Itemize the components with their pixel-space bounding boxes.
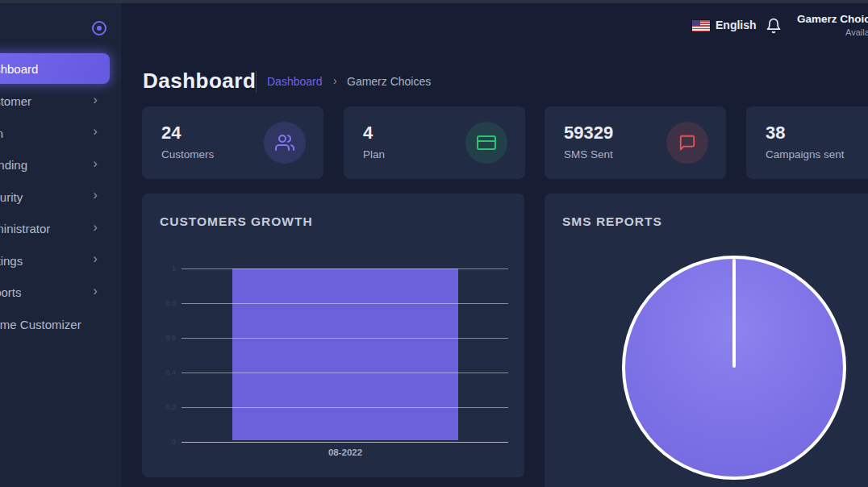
window-top-edge (0, 0, 868, 3)
sidebar-menu: Dashboard Customer › Plan › Branding › S… (0, 53, 120, 340)
stat-card-plan: 4 Plan (344, 106, 525, 179)
y-axis-tick: 1 (145, 264, 176, 273)
breadcrumb-current: Gamerz Choices (347, 75, 431, 88)
sidebar-item-label: Customer (0, 94, 31, 108)
chevron-right-icon: › (93, 124, 98, 140)
y-axis-tick: 0.8 (145, 299, 176, 307)
chevron-right-icon: › (93, 219, 98, 235)
y-axis-tick: 0.2 (145, 403, 176, 411)
x-axis-line (182, 442, 508, 443)
user-status: Available (845, 27, 868, 37)
stat-value: 4 (363, 123, 373, 144)
us-flag-icon[interactable] (692, 20, 710, 31)
sidebar: Dashboard Customer › Plan › Branding › S… (0, 0, 121, 487)
sidebar-item-label: Security (0, 190, 23, 204)
gridline (182, 303, 508, 304)
chat-icon (666, 122, 708, 164)
flag-canton (692, 20, 700, 26)
sidebar-item-plan[interactable]: Plan › (0, 118, 120, 150)
panel-title: SMS REPORTS (562, 214, 662, 229)
sidebar-item-settings[interactable]: Settings › (0, 245, 120, 277)
bar-08-2022 (232, 268, 458, 440)
stat-value: 24 (161, 123, 181, 144)
gridline (182, 373, 508, 373)
notifications-bell-icon[interactable] (766, 17, 782, 35)
gridline (182, 407, 508, 408)
sidebar-item-label: Reports (0, 285, 22, 299)
panel-title: CUSTOMERS GROWTH (160, 214, 313, 229)
sidebar-item-branding[interactable]: Branding › (0, 149, 120, 181)
stat-label: Customers (161, 148, 214, 160)
users-icon (264, 122, 306, 164)
chevron-right-icon: › (93, 92, 98, 108)
language-selector[interactable]: English (716, 19, 757, 31)
chevron-right-icon: › (93, 283, 98, 299)
stat-card-sms-sent: 59329 SMS Sent (545, 106, 726, 179)
chevron-right-icon: › (93, 252, 98, 268)
circled-dot-icon (97, 26, 102, 31)
gridline (182, 338, 508, 339)
sidebar-item-security[interactable]: Security › (0, 181, 120, 214)
sidebar-item-label: Branding (0, 158, 27, 172)
stat-label: Campaigns sent (766, 148, 845, 160)
breadcrumb-link-dashboard[interactable]: Dashboard (267, 75, 323, 88)
chevron-right-icon: › (93, 156, 98, 172)
sidebar-item-label: Administrator (0, 222, 50, 235)
sidebar-item-theme-customizer[interactable]: Theme Customizer (0, 309, 120, 341)
x-axis-label: 08-2022 (232, 447, 458, 457)
gridline (182, 268, 508, 269)
stat-card-campaigns: 38 Campaigns sent (746, 106, 868, 179)
y-axis-tick: 0 (145, 438, 176, 446)
sidebar-toggle-icon[interactable] (92, 21, 106, 35)
stat-label: SMS Sent (564, 148, 613, 160)
sms-reports-pie-chart (622, 256, 846, 480)
sidebar-item-dashboard[interactable]: Dashboard (0, 53, 110, 84)
pie-slice-divider (732, 259, 736, 368)
stat-value: 38 (766, 123, 785, 144)
sidebar-item-label: Plan (0, 127, 3, 140)
customers-growth-panel: CUSTOMERS GROWTH 1 0.8 0.6 0.4 0.2 0 08-… (142, 194, 524, 477)
sidebar-item-customer[interactable]: Customer › (0, 85, 120, 118)
chevron-right-icon: › (93, 188, 98, 204)
page-title: Dashboard (143, 69, 256, 94)
y-axis-tick: 0.6 (145, 334, 176, 342)
sidebar-item-administrator[interactable]: Administrator › (0, 213, 120, 245)
credit-card-icon (465, 122, 507, 164)
user-menu-name[interactable]: Gamerz Choices (797, 13, 868, 25)
breadcrumb-separator-icon: › (333, 74, 337, 87)
sidebar-item-label: Theme Customizer (0, 318, 81, 331)
title-divider (256, 71, 257, 93)
stat-value: 59329 (564, 123, 613, 144)
stat-card-customers: 24 Customers (142, 106, 323, 179)
sms-reports-panel: SMS REPORTS (545, 194, 868, 487)
sidebar-item-label: Dashboard (0, 62, 38, 76)
sidebar-item-label: Settings (0, 254, 23, 268)
y-axis-tick: 0.4 (145, 368, 176, 377)
sidebar-item-reports[interactable]: Reports › (0, 277, 120, 309)
stat-label: Plan (363, 148, 385, 160)
